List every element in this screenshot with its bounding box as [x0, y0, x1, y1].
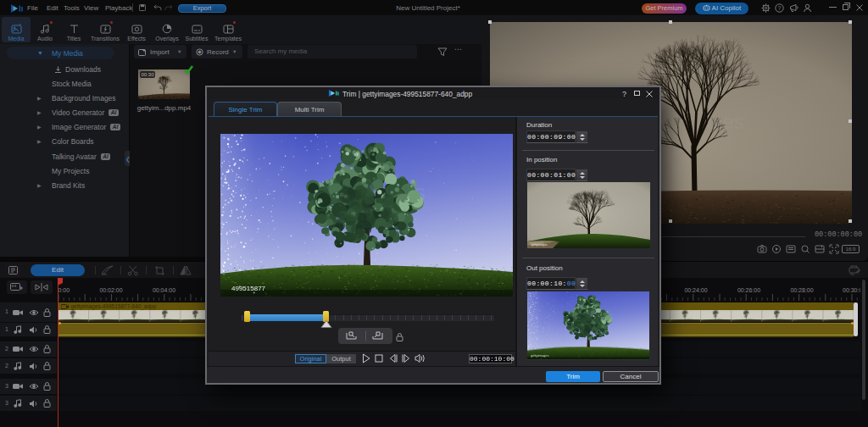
svg-text:?: ? — [778, 5, 782, 11]
svg-text:gettyimages: gettyimages — [531, 243, 548, 247]
